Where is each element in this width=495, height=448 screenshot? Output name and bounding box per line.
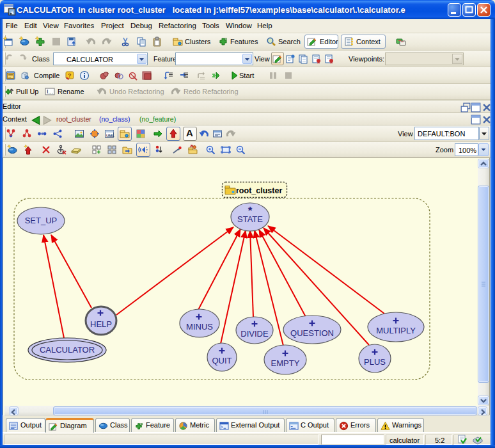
svg-text:?: ? [68,72,72,79]
svg-text:PLUS: PLUS [364,357,386,367]
svg-text:QUIT: QUIT [212,356,232,365]
svg-text:STATE: STATE [237,214,263,224]
svg-text:SET_UP: SET_UP [25,216,58,225]
svg-text:UML: UML [106,134,114,138]
svg-text:I...: I... [47,88,53,95]
svg-text:DIVIDE: DIVIDE [240,329,269,339]
svg-text:MULTIPLY: MULTIPLY [376,326,416,335]
svg-text:MINUS: MINUS [186,322,213,332]
svg-text:EMPTY: EMPTY [271,358,300,368]
svg-text:HELP: HELP [90,319,112,329]
svg-text:CALCULATOR: CALCULATOR [40,345,95,355]
svg-text:QUESTION: QUESTION [290,328,334,338]
svg-text:root_cluster: root_cluster [236,186,282,195]
